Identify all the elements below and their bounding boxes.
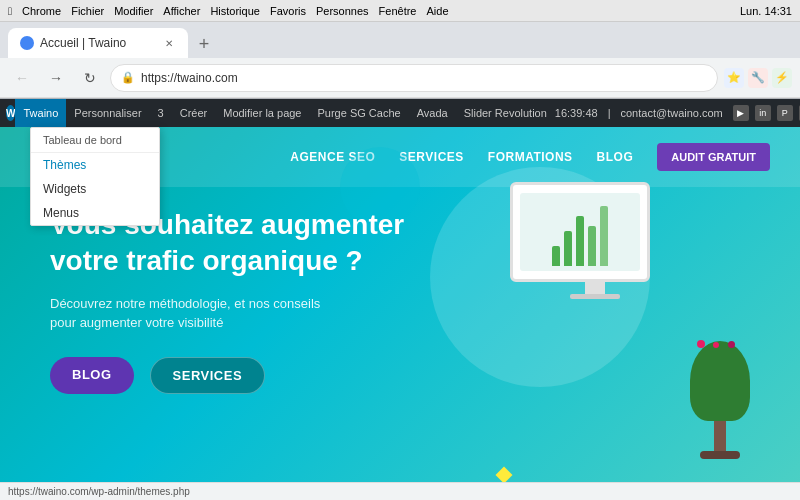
plant-bar-3 (576, 216, 584, 266)
back-button[interactable]: ← (8, 64, 36, 92)
wp-site-name[interactable]: Twaino (15, 99, 66, 127)
wp-cache[interactable]: Purge SG Cache (310, 99, 409, 127)
menu-fichier[interactable]: Fichier (71, 5, 104, 17)
site-name-label: Twaino (23, 107, 58, 119)
tab-label: Accueil | Twaino (40, 36, 126, 50)
wp-time: 16:39:48 (555, 107, 598, 119)
edit-page-label: Modifier la page (223, 107, 301, 119)
tab-close-button[interactable]: ✕ (162, 36, 176, 50)
wp-separator: | (608, 107, 611, 119)
hero-subtitle-line1: Découvrez notre méthodologie, et nos con… (50, 296, 320, 311)
comments-count: 3 (158, 107, 164, 119)
browser-nav-bar: ← → ↻ 🔒 https://twaino.com ⭐ 🔧 ⚡ (0, 58, 800, 98)
new-tab-button[interactable]: + (190, 30, 218, 58)
social-icons: ▶ in P t f ◎ (733, 105, 800, 121)
plant-bar-2 (564, 231, 572, 266)
extension-icons: ⭐ 🔧 ⚡ (724, 68, 792, 88)
wp-admin-bar: W Twaino Personnaliser 3 Créer Modifier … (0, 99, 800, 127)
browser-tab-active[interactable]: Accueil | Twaino ✕ (8, 28, 188, 58)
menu-afficher[interactable]: Afficher (163, 5, 200, 17)
lock-icon: 🔒 (121, 71, 135, 84)
wp-create[interactable]: Créer (172, 99, 216, 127)
menu-modifier[interactable]: Modifier (114, 5, 153, 17)
menu-aide[interactable]: Aide (427, 5, 449, 17)
avada-label: Avada (417, 107, 448, 119)
wp-customize[interactable]: Personnaliser (66, 99, 149, 127)
tab-bar: Accueil | Twaino ✕ + (0, 22, 800, 58)
mac-menu-bar:  Chrome Fichier Modifier Afficher Histo… (8, 5, 449, 17)
pinterest-icon[interactable]: P (777, 105, 793, 121)
tab-favicon (20, 36, 34, 50)
blog-button[interactable]: BLOG (50, 357, 134, 394)
create-label: Créer (180, 107, 208, 119)
ext-icon-2[interactable]: 🔧 (748, 68, 768, 88)
menu-favoris[interactable]: Favoris (270, 5, 306, 17)
wp-logo[interactable]: W (6, 105, 15, 121)
wp-admin-right: 16:39:48 | contact@twaino.com ▶ in P t f… (555, 101, 800, 125)
browser-chrome: Accueil | Twaino ✕ + ← → ↻ 🔒 https://twa… (0, 22, 800, 99)
cache-label: Purge SG Cache (318, 107, 401, 119)
tree-top (690, 341, 750, 421)
monitor-screen (520, 193, 640, 271)
tree-flowers (695, 336, 737, 354)
status-url: https://twaino.com/wp-admin/themes.php (8, 486, 190, 497)
linkedin-icon[interactable]: in (755, 105, 771, 121)
hero-subtitle: Découvrez notre méthodologie, et nos con… (50, 294, 370, 333)
hero-subtitle-line2: pour augmenter votre visibilité (50, 315, 223, 330)
slider-label: Slider Revolution (464, 107, 547, 119)
monitor-frame (510, 182, 650, 282)
plant-bar-4 (588, 226, 596, 266)
browser-status-bar: https://twaino.com/wp-admin/themes.php (0, 482, 800, 500)
flower-2 (713, 342, 719, 348)
nav-blog[interactable]: BLOG (597, 150, 634, 164)
wp-edit-page[interactable]: Modifier la page (215, 99, 309, 127)
menu-personnes[interactable]: Personnes (316, 5, 369, 17)
tree-base (700, 451, 740, 459)
wp-comments[interactable]: 3 (150, 99, 172, 127)
dropdown-widgets[interactable]: Widgets (31, 177, 159, 201)
monitor-base (570, 294, 620, 299)
forward-button[interactable]: → (42, 64, 70, 92)
address-bar[interactable]: 🔒 https://twaino.com (110, 64, 718, 92)
hero-buttons: BLOG SERVICES (50, 357, 750, 394)
tree-illustration (670, 341, 770, 471)
customize-label: Personnaliser (74, 107, 141, 119)
dropdown-themes[interactable]: Thèmes (31, 153, 159, 177)
nav-formations[interactable]: FORMATIONS (488, 150, 573, 164)
computer-illustration (510, 182, 680, 312)
mac-top-bar:  Chrome Fichier Modifier Afficher Histo… (0, 0, 800, 22)
ext-icon-3[interactable]: ⚡ (772, 68, 792, 88)
app-name[interactable]: Chrome (22, 5, 61, 17)
wp-slider[interactable]: Slider Revolution (456, 99, 555, 127)
url-display[interactable]: https://twaino.com (141, 71, 707, 85)
audit-gratuit-button[interactable]: AUDIT GRATUIT (657, 143, 770, 171)
dropdown-menus[interactable]: Menus (31, 201, 159, 225)
youtube-icon[interactable]: ▶ (733, 105, 749, 121)
plant-bar-5 (600, 206, 608, 266)
dropdown-header: Tableau de bord (31, 128, 159, 153)
mac-time: Lun. 14:31 (740, 5, 792, 17)
wp-dropdown-menu: Tableau de bord Thèmes Widgets Menus (30, 127, 160, 226)
plant-bar-1 (552, 246, 560, 266)
services-button[interactable]: SERVICES (150, 357, 266, 394)
menu-historique[interactable]: Historique (210, 5, 260, 17)
wp-avada[interactable]: Avada (409, 99, 456, 127)
refresh-button[interactable]: ↻ (76, 64, 104, 92)
flower-1 (697, 340, 705, 348)
menu-fenetre[interactable]: Fenêtre (379, 5, 417, 17)
apple-menu[interactable]:  (8, 5, 12, 17)
monitor-stand (585, 282, 605, 294)
hero-title-line2: votre trafic organique ? (50, 245, 363, 276)
flower-3 (728, 341, 735, 348)
mac-status-icons: Lun. 14:31 (740, 5, 792, 17)
ext-icon-1[interactable]: ⭐ (724, 68, 744, 88)
wp-contact: contact@twaino.com (621, 107, 723, 119)
diamond-decoration-bottom (496, 467, 513, 484)
tree-trunk (714, 421, 726, 451)
